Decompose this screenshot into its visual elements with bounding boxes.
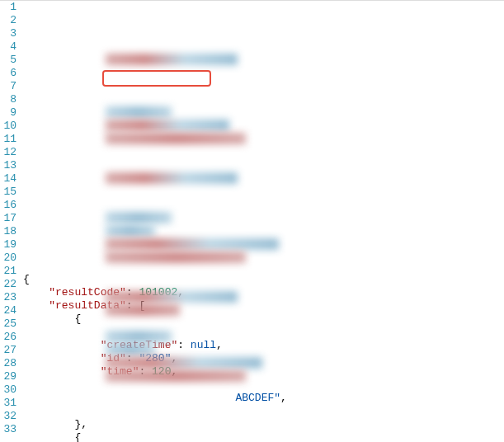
blur-redaction <box>106 357 262 369</box>
line-number: 20 <box>0 252 18 265</box>
token-punct: { <box>74 431 81 442</box>
token-punct: : <box>177 339 191 351</box>
token-punct: , <box>280 392 287 404</box>
token-null: null <box>191 339 216 351</box>
code-line[interactable]: "resultCode": 101002, <box>23 286 504 299</box>
code-line[interactable] <box>23 326 504 339</box>
line-number: 11 <box>0 133 18 146</box>
token-punct: }, <box>74 418 87 430</box>
line-number: 25 <box>0 317 18 331</box>
blur-redaction <box>106 212 172 223</box>
line-number: 22 <box>0 278 18 291</box>
line-number: 19 <box>0 238 18 252</box>
line-number: 26 <box>0 331 18 344</box>
line-number: 1 <box>0 1 18 14</box>
blur-redaction <box>106 370 246 382</box>
json-editor: 1234567891011121314151617181920212223242… <box>0 1 504 442</box>
line-number: 24 <box>0 304 18 317</box>
blur-redaction <box>106 344 155 355</box>
code-line[interactable] <box>23 405 504 418</box>
blur-redaction <box>106 291 238 303</box>
line-number: 18 <box>0 225 18 238</box>
blur-redaction <box>106 172 238 184</box>
code-area[interactable]: { "resultCode": 101002, "resultData": [ … <box>23 1 504 442</box>
token-string: ABCDEF" <box>101 392 280 404</box>
line-number: 23 <box>0 291 18 304</box>
line-number: 27 <box>0 344 18 357</box>
line-number: 10 <box>0 120 18 133</box>
line-number: 30 <box>0 383 18 397</box>
code-line[interactable]: "id": "280", <box>23 352 504 365</box>
code-line[interactable]: { <box>23 431 504 442</box>
line-number: 3 <box>0 27 18 40</box>
blur-redaction <box>106 120 229 131</box>
line-number: 4 <box>0 40 18 54</box>
line-number: 28 <box>0 357 18 370</box>
highlight-rectangle <box>102 70 211 87</box>
line-number: 32 <box>0 410 18 423</box>
line-number: 5 <box>0 54 18 67</box>
line-number: 2 <box>0 14 18 27</box>
blur-redaction <box>106 225 155 237</box>
code-line[interactable]: "resultData": [ <box>23 299 504 313</box>
blur-redaction <box>106 252 246 263</box>
blur-redaction <box>106 54 238 65</box>
line-number: 8 <box>0 93 18 106</box>
line-number: 31 <box>0 397 18 410</box>
code-line[interactable]: "createTime": null, <box>23 339 504 352</box>
line-gutter: 1234567891011121314151617181920212223242… <box>0 1 23 442</box>
token-punct: { <box>74 313 81 325</box>
line-number: 33 <box>0 423 18 436</box>
token-punct: { <box>23 273 30 285</box>
blur-redaction <box>106 238 279 250</box>
token-punct: , <box>216 339 223 351</box>
line-number: 29 <box>0 370 18 383</box>
line-number: 16 <box>0 199 18 212</box>
line-number: 9 <box>0 106 18 120</box>
line-number: 17 <box>0 212 18 225</box>
code-line[interactable]: ABCDEF", <box>23 392 504 405</box>
code-line[interactable] <box>23 379 504 392</box>
line-number: 13 <box>0 159 18 172</box>
line-number: 12 <box>0 146 18 159</box>
blur-redaction <box>106 304 180 316</box>
code-line[interactable]: { <box>23 313 504 326</box>
code-line[interactable]: "time": 120, <box>23 365 504 379</box>
line-number: 21 <box>0 265 18 278</box>
blur-redaction <box>106 331 172 342</box>
line-number: 14 <box>0 172 18 186</box>
line-number: 6 <box>0 67 18 80</box>
blur-redaction <box>106 133 246 144</box>
blur-redaction <box>106 106 172 118</box>
code-line[interactable]: { <box>23 273 504 286</box>
line-number: 15 <box>0 186 18 199</box>
line-number: 7 <box>0 80 18 93</box>
code-line[interactable]: }, <box>23 418 504 431</box>
